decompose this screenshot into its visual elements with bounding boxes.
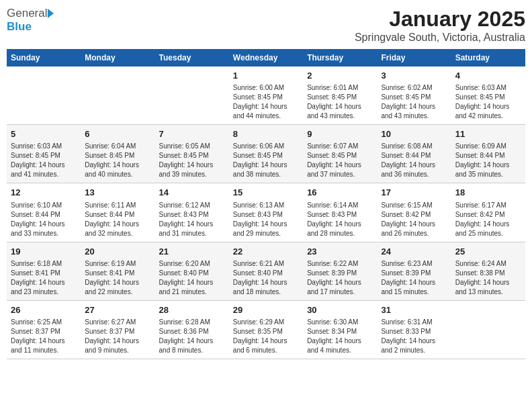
- sunrise-text: Sunrise: 6:10 AM: [11, 201, 77, 210]
- calendar-cell: 14Sunrise: 6:12 AMSunset: 8:43 PMDayligh…: [155, 183, 229, 242]
- day-number: 20: [85, 246, 150, 258]
- calendar-cell: 5Sunrise: 6:03 AMSunset: 8:45 PMDaylight…: [7, 125, 81, 183]
- sunrise-text: Sunrise: 6:09 AM: [455, 142, 521, 151]
- calendar-cell: 17Sunrise: 6:15 AMSunset: 8:42 PMDayligh…: [377, 183, 451, 242]
- daylight-text: Daylight: 14 hours and 13 minutes.: [455, 278, 521, 297]
- day-number: 27: [85, 304, 150, 316]
- day-number: 7: [159, 128, 225, 140]
- week-row-0: 1Sunrise: 6:00 AMSunset: 8:45 PMDaylight…: [7, 66, 525, 125]
- daylight-text: Daylight: 14 hours and 31 minutes.: [159, 220, 225, 238]
- calendar-cell: 12Sunrise: 6:10 AMSunset: 8:44 PMDayligh…: [7, 183, 81, 242]
- sunset-text: Sunset: 8:33 PM: [381, 327, 447, 336]
- daylight-text: Daylight: 14 hours and 43 minutes.: [381, 102, 447, 121]
- sunset-text: Sunset: 8:43 PM: [233, 210, 299, 220]
- day-number: 21: [159, 246, 225, 258]
- sunset-text: Sunset: 8:40 PM: [233, 269, 299, 278]
- sunrise-text: Sunrise: 6:00 AM: [233, 83, 299, 93]
- header-sunday: Sunday: [7, 49, 81, 66]
- header-monday: Monday: [81, 49, 154, 66]
- daylight-text: Daylight: 14 hours and 18 minutes.: [233, 278, 299, 297]
- sunrise-text: Sunrise: 6:01 AM: [307, 83, 373, 93]
- daylight-text: Daylight: 14 hours and 17 minutes.: [307, 278, 373, 297]
- sunset-text: Sunset: 8:41 PM: [11, 269, 77, 278]
- calendar-cell: 18Sunrise: 6:17 AMSunset: 8:42 PMDayligh…: [451, 183, 525, 242]
- sunrise-text: Sunrise: 6:04 AM: [85, 142, 150, 151]
- day-number: 4: [455, 70, 521, 82]
- calendar-cell: 28Sunrise: 6:28 AMSunset: 8:36 PMDayligh…: [155, 300, 229, 359]
- weekday-header-row: Sunday Monday Tuesday Wednesday Thursday…: [7, 49, 525, 66]
- calendar-cell: 24Sunrise: 6:23 AMSunset: 8:39 PMDayligh…: [377, 242, 451, 300]
- calendar-cell: 20Sunrise: 6:19 AMSunset: 8:41 PMDayligh…: [81, 242, 154, 300]
- sunset-text: Sunset: 8:34 PM: [307, 327, 373, 336]
- sunrise-text: Sunrise: 6:18 AM: [11, 259, 77, 269]
- daylight-text: Daylight: 14 hours and 43 minutes.: [307, 102, 373, 121]
- sunrise-text: Sunrise: 6:02 AM: [381, 83, 447, 93]
- sunset-text: Sunset: 8:40 PM: [159, 269, 225, 278]
- calendar-cell: [155, 66, 229, 125]
- sunrise-text: Sunrise: 6:13 AM: [233, 201, 299, 210]
- logo-blue-text: Blue: [7, 20, 32, 34]
- day-number: 23: [307, 246, 373, 258]
- day-number: 22: [233, 246, 299, 258]
- calendar-cell: 16Sunrise: 6:14 AMSunset: 8:43 PMDayligh…: [303, 183, 377, 242]
- day-number: 19: [11, 246, 77, 258]
- calendar-cell: [81, 66, 154, 125]
- day-number: 13: [85, 187, 150, 199]
- logo-triangle-icon: [48, 9, 54, 18]
- daylight-text: Daylight: 14 hours and 11 minutes.: [11, 336, 77, 355]
- daylight-text: Daylight: 14 hours and 29 minutes.: [233, 220, 299, 238]
- calendar-cell: 22Sunrise: 6:21 AMSunset: 8:40 PMDayligh…: [229, 242, 303, 300]
- sunrise-text: Sunrise: 6:06 AM: [233, 142, 299, 151]
- title-block: January 2025 Springvale South, Victoria,…: [355, 7, 525, 44]
- daylight-text: Daylight: 14 hours and 33 minutes.: [11, 220, 77, 238]
- day-number: 6: [85, 128, 150, 140]
- calendar-cell: 3Sunrise: 6:02 AMSunset: 8:45 PMDaylight…: [377, 66, 451, 125]
- daylight-text: Daylight: 14 hours and 8 minutes.: [159, 336, 225, 355]
- day-number: 30: [307, 304, 373, 316]
- daylight-text: Daylight: 14 hours and 32 minutes.: [85, 220, 150, 238]
- sunrise-text: Sunrise: 6:03 AM: [11, 142, 77, 151]
- day-number: 31: [381, 304, 447, 316]
- sunset-text: Sunset: 8:45 PM: [233, 151, 299, 161]
- header-wednesday: Wednesday: [229, 49, 303, 66]
- calendar-cell: 27Sunrise: 6:27 AMSunset: 8:37 PMDayligh…: [81, 300, 154, 359]
- daylight-text: Daylight: 14 hours and 6 minutes.: [233, 336, 299, 355]
- day-number: 28: [159, 304, 225, 316]
- calendar-cell: 7Sunrise: 6:05 AMSunset: 8:45 PMDaylight…: [155, 125, 229, 183]
- daylight-text: Daylight: 14 hours and 4 minutes.: [307, 336, 373, 355]
- calendar-title: January 2025: [355, 7, 525, 32]
- sunset-text: Sunset: 8:43 PM: [307, 210, 373, 220]
- calendar-cell: 13Sunrise: 6:11 AMSunset: 8:44 PMDayligh…: [81, 183, 154, 242]
- week-row-1: 5Sunrise: 6:03 AMSunset: 8:45 PMDaylight…: [7, 125, 525, 183]
- sunrise-text: Sunrise: 6:30 AM: [307, 318, 373, 327]
- calendar-subtitle: Springvale South, Victoria, Australia: [355, 32, 525, 44]
- calendar-cell: 25Sunrise: 6:24 AMSunset: 8:38 PMDayligh…: [451, 242, 525, 300]
- day-number: 16: [307, 187, 373, 199]
- logo-general-text: General: [7, 7, 47, 20]
- daylight-text: Daylight: 14 hours and 35 minutes.: [455, 161, 521, 179]
- sunrise-text: Sunrise: 6:03 AM: [455, 83, 521, 93]
- sunset-text: Sunset: 8:42 PM: [455, 210, 521, 220]
- week-row-2: 12Sunrise: 6:10 AMSunset: 8:44 PMDayligh…: [7, 183, 525, 242]
- calendar-cell: 31Sunrise: 6:31 AMSunset: 8:33 PMDayligh…: [377, 300, 451, 359]
- sunset-text: Sunset: 8:42 PM: [381, 210, 447, 220]
- header-friday: Friday: [377, 49, 451, 66]
- calendar-cell: 1Sunrise: 6:00 AMSunset: 8:45 PMDaylight…: [229, 66, 303, 125]
- calendar-cell: 26Sunrise: 6:25 AMSunset: 8:37 PMDayligh…: [7, 300, 81, 359]
- sunrise-text: Sunrise: 6:19 AM: [85, 259, 150, 269]
- sunset-text: Sunset: 8:36 PM: [159, 327, 225, 336]
- day-number: 2: [307, 70, 373, 82]
- day-number: 1: [233, 70, 299, 82]
- sunrise-text: Sunrise: 6:25 AM: [11, 318, 77, 327]
- calendar-cell: 9Sunrise: 6:07 AMSunset: 8:45 PMDaylight…: [303, 125, 377, 183]
- calendar-cell: 6Sunrise: 6:04 AMSunset: 8:45 PMDaylight…: [81, 125, 154, 183]
- sunset-text: Sunset: 8:45 PM: [381, 93, 447, 102]
- calendar-cell: 11Sunrise: 6:09 AMSunset: 8:44 PMDayligh…: [451, 125, 525, 183]
- sunrise-text: Sunrise: 6:28 AM: [159, 318, 225, 327]
- sunrise-text: Sunrise: 6:15 AM: [381, 201, 447, 210]
- calendar-cell: 4Sunrise: 6:03 AMSunset: 8:45 PMDaylight…: [451, 66, 525, 125]
- sunrise-text: Sunrise: 6:05 AM: [159, 142, 225, 151]
- sunrise-text: Sunrise: 6:12 AM: [159, 201, 225, 210]
- day-number: 24: [381, 246, 447, 258]
- day-number: 8: [233, 128, 299, 140]
